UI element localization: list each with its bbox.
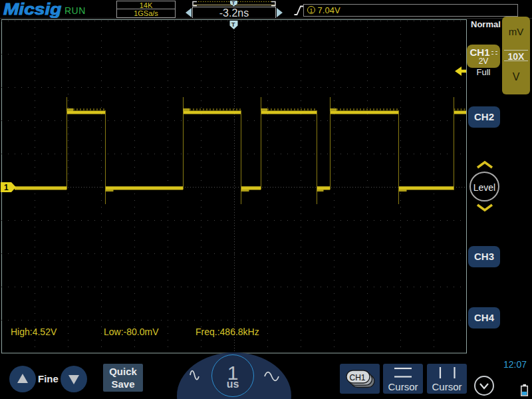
svg-text:T: T <box>231 21 235 28</box>
svg-text:1: 1 <box>4 183 9 192</box>
svg-text:CH1: CH1 <box>350 373 366 382</box>
svg-text:T: T <box>232 0 235 6</box>
